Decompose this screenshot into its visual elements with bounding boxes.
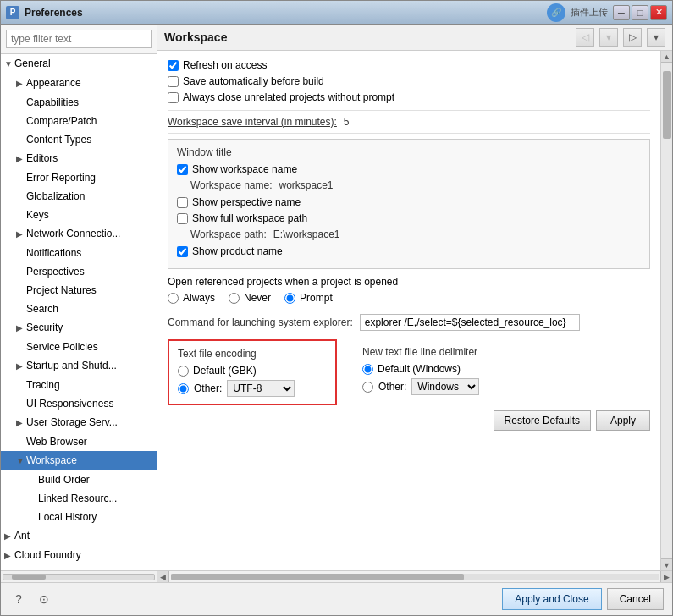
hscroll-right-button[interactable]: ▶ [660,571,672,583]
save-interval-value: 5 [344,116,350,128]
refresh-on-access-checkbox[interactable] [168,60,179,71]
info-button[interactable]: ⊙ [35,590,53,608]
workspace-path-value: E:\workspace1 [273,228,340,240]
tree-item-network-connections[interactable]: ▶Network Connectio... [1,224,157,244]
show-product-name-checkbox[interactable] [177,246,188,257]
tree-item-user-storage-serv[interactable]: ▶User Storage Serv... [1,413,157,432]
show-workspace-name-checkbox[interactable] [177,164,188,175]
command-row: Command for launching system explorer: [168,314,650,331]
tree-item-content-types[interactable]: Content Types [1,130,157,149]
tree-item-search[interactable]: Search [1,300,157,318]
tree-item-appearance[interactable]: ▶Appearance [1,74,157,93]
tree-item-service-policies[interactable]: Service Policies [1,338,157,356]
window-title-group: Window title Show workspace name Workspa… [168,139,650,269]
external-icon: 🔗 [547,3,565,22]
newline-dropdown[interactable]: Windows Unix Mac OS X [411,378,479,395]
tree-expand-arrow: ▶ [16,415,26,431]
tree-area: ▼General▶AppearanceCapabilitiesCompare/P… [1,54,157,570]
scrollbar-thumb [12,575,46,580]
back-button[interactable]: ◁ [576,28,594,47]
tree-item-ui-responsiveness[interactable]: UI Responsiveness [1,394,157,413]
apply-and-close-button[interactable]: Apply and Close [502,588,601,610]
tree-item-linked-resources[interactable]: Linked Resourc... [1,489,157,508]
tree-item-web-browser[interactable]: Web Browser [1,432,157,451]
forward-dropdown-button[interactable]: ▾ [647,28,665,47]
encoding-other-radio[interactable] [178,383,189,394]
tree-expand-arrow: ▶ [4,548,14,564]
tree-item-label: Error Reporting [26,172,96,184]
tree-horizontal-scrollbar[interactable] [1,570,157,582]
text-encoding-box: Text file encoding Default (GBK) Other: … [168,339,337,405]
tree-item-cloud-foundry[interactable]: ▶Cloud Foundry [1,546,157,565]
newline-other-radio[interactable] [362,382,373,393]
tree-item-workspace[interactable]: ▼Workspace [1,451,157,470]
tree-item-keys[interactable]: Keys [1,206,157,224]
tree-item-build-order[interactable]: Build Order [1,470,157,489]
tree-item-label: Keys [26,209,49,221]
encoding-other-label: Other: [194,382,222,394]
hscroll-left-button[interactable]: ◀ [157,571,169,583]
open-ref-never-radio[interactable] [229,293,240,304]
save-auto-checkbox[interactable] [168,76,179,87]
tree-item-project-natures[interactable]: Project Natures [1,281,157,300]
restore-defaults-button[interactable]: Restore Defaults [494,410,591,431]
tree-item-editors[interactable]: ▶Editors [1,149,157,168]
tree-item-label: Web Browser [26,436,87,448]
apply-button[interactable]: Apply [596,410,650,431]
tree-item-globalization[interactable]: Globalization [1,187,157,206]
show-full-path-checkbox[interactable] [177,213,188,224]
tree-item-local-history[interactable]: Local History [1,508,157,526]
open-ref-always-radio[interactable] [168,293,179,304]
command-input[interactable] [360,314,580,331]
tree-item-tracing[interactable]: Tracing [1,376,157,394]
tree-item-general[interactable]: ▼General [1,54,157,74]
minimize-button[interactable]: ─ [613,5,630,20]
tree-item-compare-patch[interactable]: Compare/Patch [1,112,157,130]
tree-expand-arrow: ▶ [16,321,26,336]
maximize-button[interactable]: □ [632,5,648,20]
tree-item-notifications[interactable]: Notifications [1,244,157,262]
content-buttons: Restore Defaults Apply [168,410,650,431]
encoding-dropdown[interactable]: UTF-8 UTF-16 ISO-8859-1 US-ASCII [227,380,295,397]
always-close-checkbox[interactable] [168,92,179,103]
encoding-default-radio[interactable] [178,366,189,377]
show-product-name-label: Show product name [192,245,283,257]
save-auto-row: Save automatically before build [168,75,650,87]
vscroll-down-button[interactable]: ▼ [661,558,673,570]
tree-item-perspectives[interactable]: Perspectives [1,262,157,281]
content-area: ▼General▶AppearanceCapabilitiesCompare/P… [1,25,672,582]
tree-item-error-reporting[interactable]: Error Reporting [1,168,157,187]
open-ref-prompt-radio[interactable] [284,293,295,304]
vscroll-up-button[interactable]: ▲ [661,51,673,63]
show-full-path-label: Show full workspace path [192,212,307,224]
forward-button[interactable]: ▷ [623,28,642,47]
show-perspective-checkbox[interactable] [177,197,188,208]
cancel-button[interactable]: Cancel [607,588,664,610]
tree-item-label: Project Natures [26,284,97,296]
vscroll-thumb [663,71,671,139]
app-icon: P [6,6,19,19]
command-label: Command for launching system explorer: [168,316,353,328]
tree-item-label: Service Policies [26,341,98,353]
tree-item-label: Content Types [26,134,91,146]
tree-item-startup-shutdown[interactable]: ▶Startup and Shutd... [1,356,157,376]
help-button[interactable]: ? [9,590,28,608]
back-dropdown-button[interactable]: ▾ [599,28,618,47]
right-content: Refresh on access Save automatically bef… [157,51,660,570]
close-button[interactable]: ✕ [650,5,667,20]
tree-item-security[interactable]: ▶Security [1,318,157,338]
open-ref-always-label: Always [183,292,215,304]
open-ref-prompt-row: Prompt [284,292,333,304]
window-title-group-label: Window title [177,146,641,158]
tree-item-capabilities[interactable]: Capabilities [1,93,157,112]
checkboxes-section: Refresh on access Save automatically bef… [168,59,650,103]
tree-item-label: Search [26,303,58,315]
newline-default-radio[interactable] [362,364,373,375]
tree-item-ant[interactable]: ▶Ant [1,526,157,546]
newline-other-label: Other: [378,381,406,393]
right-horizontal-scrollbar: ◀ ▶ [157,570,672,582]
tree-item-label: Security [26,322,63,333]
filter-input[interactable] [6,30,152,48]
save-auto-label: Save automatically before build [183,75,324,87]
show-full-path-row: Show full workspace path [177,212,641,224]
